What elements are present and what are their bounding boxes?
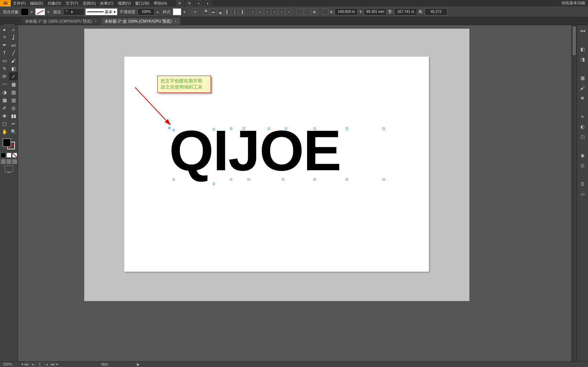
- hand-tool-icon[interactable]: ✋: [0, 128, 9, 135]
- arrange-icon[interactable]: ▭: [195, 1, 202, 6]
- color-mode-none-icon[interactable]: [12, 153, 17, 158]
- anchor-point[interactable]: [285, 128, 287, 130]
- pasteboard[interactable]: 把文字创建轮廓并释 放之后使用倾斜工具 ✦ QIJOE: [84, 29, 469, 301]
- opacity-dropdown[interactable]: ▸: [156, 10, 161, 14]
- dock-expand-icon[interactable]: ◂◂: [579, 27, 587, 34]
- color-panel-icon[interactable]: ◧: [579, 45, 587, 53]
- menu-select[interactable]: 选择(S): [81, 0, 98, 6]
- type-tool-icon[interactable]: T: [0, 49, 9, 57]
- document-tab-1[interactable]: 未标题-1* @ 100% (CMYK/GPU 预览) ×: [21, 18, 100, 25]
- magic-wand-tool-icon[interactable]: ✧: [0, 33, 9, 41]
- anchor-point[interactable]: [213, 183, 215, 185]
- menu-edit[interactable]: 编辑(E): [28, 0, 46, 6]
- align-top-icon[interactable]: ▀: [203, 9, 209, 15]
- anchor-point[interactable]: [248, 178, 250, 181]
- mesh-tool-icon[interactable]: ▦: [0, 96, 9, 104]
- artboard-menu-icon[interactable]: ▾: [56, 362, 58, 366]
- first-artboard-icon[interactable]: ⏮: [24, 362, 29, 367]
- distribute-spacing-icon[interactable]: ⋮: [297, 9, 303, 15]
- draw-inside-icon[interactable]: [12, 159, 17, 164]
- distribute-vcenter-icon[interactable]: ≡: [278, 9, 285, 15]
- curvature-tool-icon[interactable]: ᔕ: [9, 41, 18, 49]
- menu-help[interactable]: 帮助(H): [152, 0, 169, 6]
- stroke-dropdown[interactable]: ▾: [46, 10, 51, 14]
- zoom-dropdown-icon[interactable]: ▾: [21, 362, 23, 366]
- stroke-swatch-none[interactable]: [35, 8, 45, 15]
- distribute-top-icon[interactable]: ≡: [271, 9, 278, 15]
- style-swatch[interactable]: [173, 8, 181, 15]
- pen-tool-icon[interactable]: ✒: [0, 41, 9, 49]
- anchor-point[interactable]: [173, 178, 175, 181]
- next-artboard-icon[interactable]: ▸: [45, 362, 50, 367]
- w-input[interactable]: 167.741 m: [394, 8, 417, 15]
- perspective-tool-icon[interactable]: ▨: [9, 88, 18, 96]
- bridge-icon[interactable]: Br: [176, 1, 183, 6]
- anchor-point[interactable]: [230, 128, 232, 130]
- selection-tool-icon[interactable]: ▴: [0, 25, 9, 33]
- symbols-panel-icon[interactable]: ❀: [579, 94, 587, 102]
- eraser-tool-icon[interactable]: ◧: [9, 65, 18, 72]
- align-to-icon[interactable]: ▣: [311, 9, 317, 15]
- anchor-point[interactable]: [243, 128, 245, 130]
- distribute-left-icon[interactable]: ⫴: [250, 9, 256, 15]
- document-tab-2[interactable]: 未标题-2* @ 150% (CMYK/GPU 预览) ×: [101, 18, 180, 25]
- anchor-point[interactable]: [268, 128, 270, 130]
- align-vcenter-icon[interactable]: ▬: [210, 9, 216, 15]
- color-mode-solid-icon[interactable]: [1, 153, 6, 158]
- align-bottom-icon[interactable]: ▄: [217, 9, 224, 15]
- align-left-icon[interactable]: ▌: [224, 9, 231, 15]
- anchor-point[interactable]: [314, 178, 316, 181]
- gpu-icon[interactable]: ▸: [204, 1, 211, 6]
- shaper-tool-icon[interactable]: ✎: [0, 65, 9, 72]
- stroke-panel-icon[interactable]: ≡: [579, 113, 587, 120]
- last-artboard-icon[interactable]: ⏭: [51, 362, 56, 367]
- stock-icon[interactable]: St: [186, 1, 193, 6]
- eyedropper-tool-icon[interactable]: ✐: [0, 104, 9, 112]
- color-guide-panel-icon[interactable]: ◨: [579, 55, 587, 63]
- symbol-spray-tool-icon[interactable]: ❀: [0, 112, 9, 120]
- y-input[interactable]: 99.301 mm: [364, 8, 387, 15]
- brushes-panel-icon[interactable]: 🖌: [579, 84, 587, 92]
- line-tool-icon[interactable]: ╱: [9, 49, 18, 57]
- anchor-point[interactable]: [282, 178, 284, 181]
- prev-artboard-icon[interactable]: ◂: [30, 362, 35, 367]
- direct-selection-tool-icon[interactable]: ▵: [9, 25, 18, 33]
- transparency-panel-icon[interactable]: ◫: [579, 133, 587, 140]
- anchor-point[interactable]: [383, 128, 385, 130]
- anchor-point[interactable]: [383, 178, 385, 181]
- artboard-number-input[interactable]: 1: [35, 362, 44, 367]
- style-dropdown[interactable]: ▾: [182, 10, 187, 14]
- canvas-area[interactable]: 把文字创建轮廓并释 放之后使用倾斜工具 ✦ QIJOE: [18, 25, 577, 361]
- color-mode-gradient-icon[interactable]: [6, 153, 11, 158]
- anchor-point[interactable]: [346, 178, 348, 181]
- lasso-tool-icon[interactable]: ʆ: [9, 33, 18, 41]
- distribute-bottom-icon[interactable]: ≡: [286, 9, 292, 15]
- scale-tool-icon[interactable]: ⤢: [9, 72, 18, 80]
- zoom-tool-icon[interactable]: 🔍: [9, 128, 18, 135]
- anchor-point[interactable]: [173, 129, 175, 131]
- anchor-point[interactable]: [230, 178, 232, 181]
- anchor-point[interactable]: [314, 128, 316, 130]
- shape-builder-tool-icon[interactable]: ◑: [0, 88, 9, 96]
- menu-view[interactable]: 视图(V): [116, 0, 133, 6]
- layers-panel-icon[interactable]: ☰: [579, 180, 587, 188]
- distribute-hcenter-icon[interactable]: ⫼: [257, 9, 263, 15]
- brush-definition-dropdown[interactable]: 基本 ▾: [85, 8, 118, 15]
- fill-stroke-indicator[interactable]: [2, 138, 16, 151]
- gradient-panel-icon[interactable]: ◐: [579, 123, 587, 130]
- artboard-tool-icon[interactable]: ▢: [0, 120, 9, 128]
- x-input[interactable]: 149.659 m: [335, 8, 358, 15]
- opacity-input[interactable]: 100%: [138, 8, 155, 15]
- status-play-icon[interactable]: ▶: [137, 362, 140, 366]
- screen-mode-icon[interactable]: [5, 166, 13, 172]
- anchor-point[interactable]: [213, 128, 215, 130]
- align-right-icon[interactable]: ▐: [239, 9, 245, 15]
- anchor-point[interactable]: [346, 128, 348, 130]
- blend-tool-icon[interactable]: ◎: [9, 104, 18, 112]
- width-tool-icon[interactable]: 〰: [0, 80, 9, 88]
- stroke-weight-input[interactable]: ⌃▾: [63, 8, 85, 15]
- align-hcenter-icon[interactable]: ║: [231, 9, 238, 15]
- distribute-right-icon[interactable]: ⫴: [264, 9, 271, 15]
- draw-behind-icon[interactable]: [6, 159, 11, 164]
- appearance-panel-icon[interactable]: ◉: [579, 151, 587, 159]
